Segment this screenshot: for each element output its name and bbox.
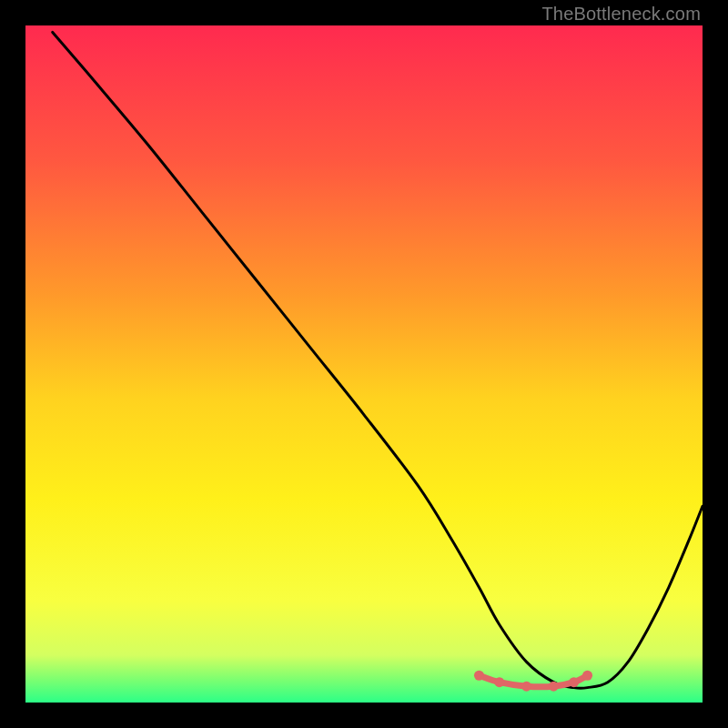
optimal-range-dot <box>494 677 504 687</box>
optimal-range-dot <box>521 682 531 692</box>
gradient-background <box>25 25 703 703</box>
chart-frame <box>25 25 703 703</box>
optimal-range-dot <box>474 671 484 681</box>
optimal-range-dot <box>549 682 559 692</box>
optimal-range-dot <box>569 677 579 687</box>
bottleneck-chart <box>25 25 703 703</box>
watermark-text: TheBottleneck.com <box>541 4 701 25</box>
optimal-range-dot <box>582 671 592 681</box>
